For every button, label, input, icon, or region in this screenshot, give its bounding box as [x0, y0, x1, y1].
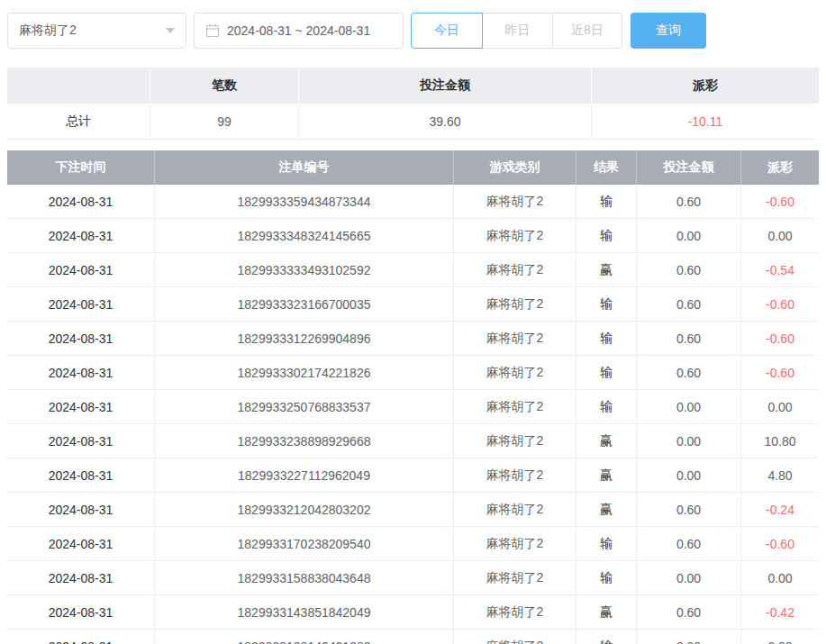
summary-table: 笔数 投注金额 派彩 总计 99 39.60 -10.11	[7, 68, 819, 140]
header-result: 结果	[576, 150, 637, 185]
summary-total-count: 99	[150, 104, 299, 139]
cell-bet-amount: 0.60	[637, 287, 741, 321]
cell-bet-amount: 0.60	[637, 356, 741, 389]
summary-total-bet-amount: 39.60	[299, 104, 592, 139]
cell-result: 赢	[576, 424, 637, 458]
table-row: 2024-08-311829933333493102592麻将胡了2赢0.60-…	[7, 253, 819, 287]
cell-payout: -0.60	[741, 185, 819, 218]
summary-total-label: 总计	[7, 104, 150, 139]
cell-payout: 0.00	[741, 630, 819, 644]
summary-header-bet-amount: 投注金额	[299, 68, 592, 104]
cell-payout: -0.60	[741, 322, 819, 355]
cell-bet-number: 1829933323166700035	[155, 287, 454, 321]
cell-game-type: 麻将胡了2	[454, 253, 576, 286]
summary-header-payout: 派彩	[592, 68, 819, 104]
game-select-value: 麻将胡了2	[19, 23, 77, 39]
cell-game-type: 麻将胡了2	[454, 630, 576, 644]
cell-bet-time: 2024-08-31	[7, 561, 155, 594]
cell-result: 赢	[576, 458, 637, 492]
cell-bet-amount: 0.60	[637, 185, 741, 218]
cell-bet-time: 2024-08-31	[7, 185, 155, 218]
cell-result: 赢	[576, 493, 637, 526]
bet-table-header: 下注时间 注单编号 游戏类别 结果 投注金额 派彩	[7, 150, 819, 185]
summary-header-count: 笔数	[150, 68, 299, 104]
cell-payout: -0.60	[741, 287, 819, 321]
cell-bet-amount: 0.60	[637, 253, 741, 286]
cell-bet-number: 1829933170238209540	[155, 527, 454, 560]
calendar-icon	[205, 23, 220, 38]
cell-bet-time: 2024-08-31	[7, 287, 155, 321]
cell-game-type: 麻将胡了2	[454, 219, 576, 252]
cell-bet-number: 1829933143851842049	[155, 595, 454, 629]
cell-bet-amount: 0.60	[637, 493, 741, 526]
cell-bet-time: 2024-08-31	[7, 527, 155, 560]
cell-game-type: 麻将胡了2	[454, 493, 576, 526]
cell-game-type: 麻将胡了2	[454, 287, 576, 321]
cell-game-type: 麻将胡了2	[454, 322, 576, 355]
search-button[interactable]: 查询	[631, 13, 706, 49]
game-select[interactable]: 麻将胡了2	[7, 13, 186, 49]
table-row: 2024-08-311829933170238209540麻将胡了2输0.60-…	[7, 527, 819, 561]
cell-bet-number: 1829933250768833537	[155, 390, 454, 423]
cell-bet-time: 2024-08-31	[7, 493, 155, 526]
cell-game-type: 麻将胡了2	[454, 356, 576, 389]
cell-bet-amount: 0.60	[637, 595, 741, 629]
header-payout: 派彩	[741, 150, 819, 185]
cell-bet-number: 1829933348324145665	[155, 219, 454, 252]
date-range-input[interactable]: 2024-08-31 ~ 2024-08-31	[194, 13, 404, 49]
cell-bet-time: 2024-08-31	[7, 219, 155, 252]
cell-bet-amount: 0.00	[637, 424, 741, 458]
cell-bet-time: 2024-08-31	[7, 356, 155, 389]
cell-bet-amount: 0.00	[637, 561, 741, 594]
summary-header-row: 笔数 投注金额 派彩	[7, 68, 819, 104]
table-row: 2024-08-311829933312269904896麻将胡了2输0.60-…	[7, 322, 819, 356]
cell-result: 输	[576, 630, 637, 644]
summary-header-blank	[7, 68, 150, 104]
cell-result: 赢	[576, 595, 637, 629]
today-button[interactable]: 今日	[411, 13, 483, 49]
header-bet-time: 下注时间	[7, 150, 155, 185]
last-8-days-button[interactable]: 近8日	[552, 13, 622, 49]
cell-bet-number: 1829933359434873344	[155, 185, 454, 218]
cell-bet-number: 1829933158838043648	[155, 561, 454, 594]
cell-payout: 4.80	[741, 458, 819, 492]
cell-result: 输	[576, 185, 637, 218]
cell-bet-number: 1829933212042803202	[155, 493, 454, 526]
table-row: 2024-08-311829933348324145665麻将胡了2输0.000…	[7, 219, 819, 253]
table-row: 2024-08-311829933359434873344麻将胡了2输0.60-…	[7, 185, 819, 219]
table-row: 2024-08-311829933238898929668麻将胡了2赢0.001…	[7, 424, 819, 458]
header-bet-amount: 投注金额	[637, 150, 741, 185]
cell-result: 输	[576, 561, 637, 594]
toolbar: 麻将胡了2 2024-08-31 ~ 2024-08-31 今日 昨日 近8日 …	[0, 0, 826, 49]
cell-game-type: 麻将胡了2	[454, 458, 576, 492]
cell-bet-time: 2024-08-31	[7, 630, 155, 644]
cell-payout: -0.42	[741, 595, 819, 629]
cell-result: 输	[576, 287, 637, 321]
cell-bet-time: 2024-08-31	[7, 322, 155, 355]
cell-payout: -0.60	[741, 356, 819, 389]
cell-game-type: 麻将胡了2	[454, 527, 576, 560]
table-row: 2024-08-311829933138142421282麻将胡了2输0.000…	[7, 630, 819, 644]
cell-game-type: 麻将胡了2	[454, 561, 576, 594]
cell-payout: -0.54	[741, 253, 819, 286]
chevron-down-icon	[166, 28, 175, 33]
bet-table-body: 2024-08-311829933359434873344麻将胡了2输0.60-…	[7, 185, 819, 644]
cell-game-type: 麻将胡了2	[454, 595, 576, 629]
cell-bet-time: 2024-08-31	[7, 458, 155, 492]
summary-total-payout: -10.11	[592, 104, 819, 139]
bet-table: 下注时间 注单编号 游戏类别 结果 投注金额 派彩 2024-08-311829…	[7, 150, 819, 644]
cell-bet-amount: 0.60	[637, 527, 741, 560]
cell-bet-amount: 0.00	[637, 458, 741, 492]
yesterday-button[interactable]: 昨日	[482, 13, 553, 49]
cell-result: 输	[576, 356, 637, 389]
cell-bet-amount: 0.00	[637, 630, 741, 644]
cell-bet-amount: 0.00	[637, 390, 741, 423]
cell-bet-time: 2024-08-31	[7, 390, 155, 423]
table-row: 2024-08-311829933323166700035麻将胡了2输0.60-…	[7, 287, 819, 322]
cell-payout: 0.00	[741, 219, 819, 252]
cell-bet-number: 1829933238898929668	[155, 424, 454, 458]
summary-total-row: 总计 99 39.60 -10.11	[7, 104, 819, 140]
table-row: 2024-08-311829933227112962049麻将胡了2赢0.004…	[7, 458, 819, 493]
cell-payout: 10.80	[741, 424, 819, 458]
cell-result: 输	[576, 322, 637, 355]
